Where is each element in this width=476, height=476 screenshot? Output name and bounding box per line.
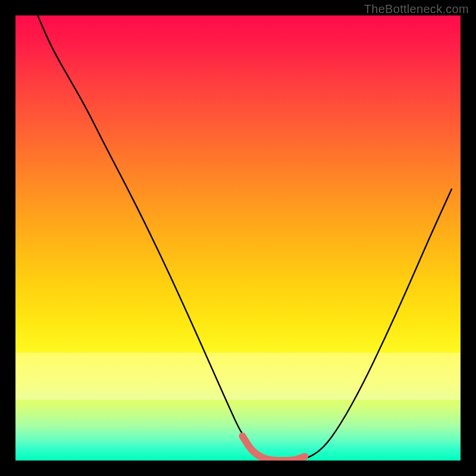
chart-stage: TheBottleneck.com <box>0 0 476 476</box>
series-layer <box>15 15 461 461</box>
watermark-text: TheBottleneck.com <box>364 2 469 16</box>
plot-area <box>15 15 461 461</box>
valley-marker <box>242 436 305 461</box>
black-curve <box>37 15 452 461</box>
